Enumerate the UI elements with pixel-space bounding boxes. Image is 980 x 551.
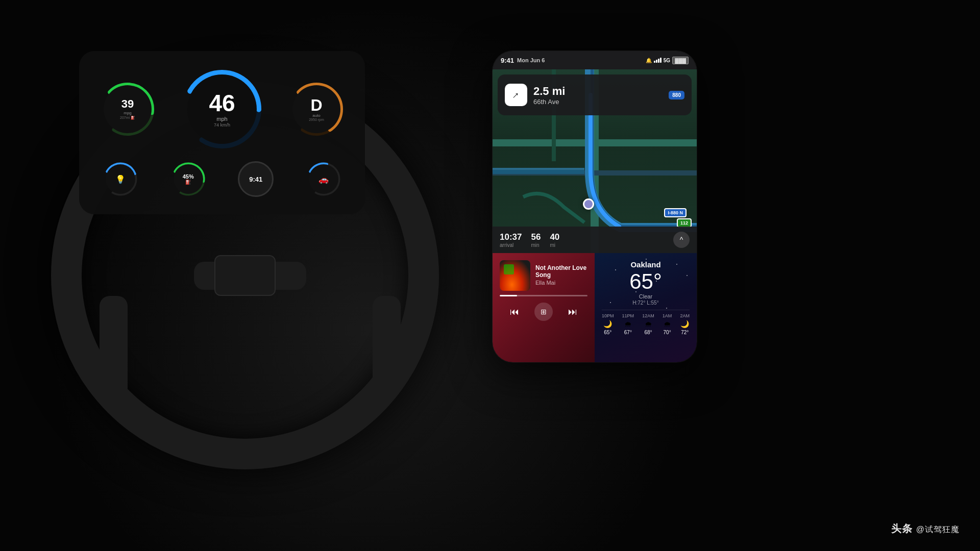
sw-hub bbox=[214, 255, 276, 296]
watermark: 头条 @试驾狂魔 bbox=[891, 522, 960, 536]
eta-label: arrival bbox=[500, 242, 513, 248]
expand-button[interactable]: ^ bbox=[673, 232, 690, 248]
mpg-gauge: 39 mpg 207mi ⛽ bbox=[100, 81, 156, 137]
eta-time: 10:37 bbox=[500, 232, 522, 242]
gear-gauge: D auto 2950 rpm bbox=[288, 81, 345, 137]
mpg-sub: 207mi ⛽ bbox=[120, 116, 135, 120]
stars-decoration bbox=[595, 253, 697, 362]
watermark-main: 头条 bbox=[891, 523, 913, 534]
bottom-half: Not Another Love Song Ella Mai ⏮ ⊞ ⏭ bbox=[493, 253, 697, 362]
eta-mi-label: mi bbox=[550, 242, 555, 248]
instrument-cluster: 39 mpg 207mi ⛽ 46 mph 74 km/h bbox=[79, 51, 365, 214]
menu-button[interactable]: ⊞ bbox=[534, 303, 553, 321]
eta-minutes: 56 min bbox=[531, 232, 541, 248]
status-icons: 🔔 5G ▓▓▓ bbox=[646, 57, 689, 64]
clock-gauge: 9:41 bbox=[238, 161, 274, 197]
speed-unit: mph bbox=[216, 116, 227, 122]
eta-miles: 40 mi bbox=[550, 232, 559, 248]
headlight-icon: 💡 bbox=[115, 174, 126, 184]
highway-badge: 880 bbox=[669, 91, 684, 99]
prev-button[interactable]: ⏮ bbox=[505, 303, 524, 321]
map-section[interactable]: ↑ 2.5 mi 66th Ave 880 I-880 N 112 10:37 … bbox=[493, 69, 697, 253]
headlight-gauge: 💡 bbox=[103, 161, 138, 197]
expand-icon: ^ bbox=[680, 236, 683, 244]
mpg-unit: mpg bbox=[124, 111, 132, 115]
status-time: 9:41 bbox=[501, 57, 514, 64]
weather-card[interactable]: Oakland 65° Clear H:72° L:55° 10PM 🌙 65°… bbox=[595, 253, 697, 362]
eta-bar: 10:37 arrival 56 min 40 mi ^ bbox=[493, 227, 697, 253]
battery-gauge: 45% ⛽ bbox=[170, 161, 206, 197]
sw-spoke-left bbox=[100, 296, 128, 398]
mpg-value: 39 bbox=[121, 98, 134, 110]
progress-bar bbox=[500, 295, 587, 296]
battery-value: 45% bbox=[183, 173, 194, 180]
eta-min-label: min bbox=[531, 242, 539, 248]
notification-icon: 🔔 bbox=[646, 58, 652, 63]
album-art bbox=[500, 260, 530, 291]
nav-distance: 2.5 mi bbox=[533, 85, 663, 98]
gear-sub: auto bbox=[312, 113, 321, 118]
song-title: Not Another Love Song bbox=[535, 264, 587, 279]
highway-sign2-text: 112 bbox=[680, 220, 688, 226]
nav-info: 2.5 mi 66th Ave bbox=[533, 85, 663, 106]
music-card[interactable]: Not Another Love Song Ella Mai ⏮ ⊞ ⏭ bbox=[493, 253, 595, 362]
status-date: Mon Jun 6 bbox=[517, 57, 545, 63]
sw-spoke-right bbox=[373, 296, 401, 398]
clock-display: 9:41 bbox=[249, 176, 262, 183]
fuel-icon: ⛽ bbox=[185, 180, 191, 185]
wiper-gauge: 🚗 bbox=[306, 161, 341, 197]
highway-number: 880 bbox=[672, 92, 681, 98]
network-type: 5G bbox=[664, 58, 670, 63]
gear-rpm: 2950 rpm bbox=[309, 118, 324, 121]
music-controls: ⏮ ⊞ ⏭ bbox=[500, 303, 587, 321]
signal-bars bbox=[654, 58, 662, 63]
next-button[interactable]: ⏭ bbox=[564, 303, 582, 321]
status-bar: 9:41 Mon Jun 6 🔔 5G ▓▓▓ bbox=[493, 51, 697, 69]
song-artist: Ella Mai bbox=[535, 280, 587, 286]
speed-gauge: 46 mph 74 km/h bbox=[181, 68, 263, 150]
carplay-screen: 9:41 Mon Jun 6 🔔 5G ▓▓▓ bbox=[493, 51, 697, 362]
highway-sign-i880: I-880 N bbox=[664, 208, 687, 217]
speed-value: 46 bbox=[209, 91, 235, 115]
speed-kmh: 74 km/h bbox=[214, 122, 230, 128]
eta-min-val: 56 bbox=[531, 232, 541, 242]
battery-icon: ▓▓▓ bbox=[672, 57, 689, 64]
watermark-sub: @试驾狂魔 bbox=[916, 525, 960, 534]
progress-fill bbox=[500, 295, 517, 296]
nav-street: 66th Ave bbox=[533, 98, 663, 106]
wiper-icon: 🚗 bbox=[318, 174, 329, 184]
eta-arrival: 10:37 arrival bbox=[500, 232, 522, 248]
eta-mi-val: 40 bbox=[550, 232, 559, 242]
highway-sign-text: I-880 N bbox=[668, 210, 683, 215]
gear-value: D bbox=[310, 97, 322, 113]
turn-arrow: ↑ bbox=[505, 84, 527, 106]
navigation-card[interactable]: ↑ 2.5 mi 66th Ave 880 bbox=[498, 74, 692, 115]
